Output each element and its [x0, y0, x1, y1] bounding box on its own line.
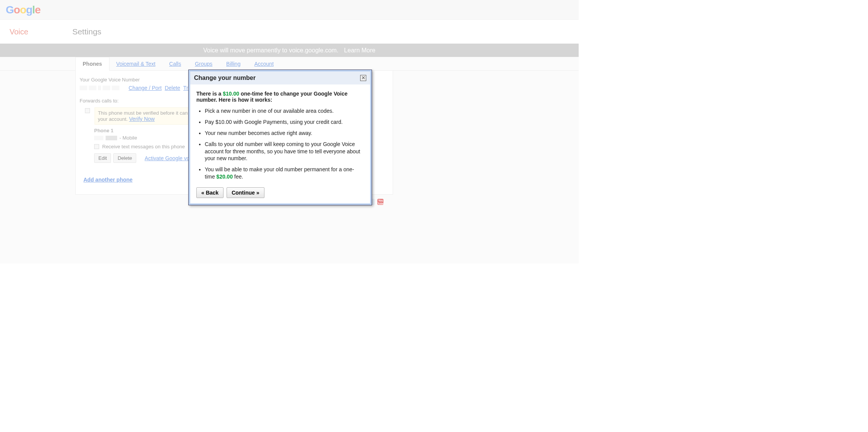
change-port-link[interactable]: Change / Port	[129, 85, 162, 91]
google-logo[interactable]: Google	[6, 4, 40, 16]
top-bar: Google	[0, 0, 579, 20]
dialog-header: Change your number ✕	[189, 70, 372, 84]
tab-voicemail-text[interactable]: Voicemail & Text	[109, 57, 162, 70]
redacted	[94, 136, 103, 140]
list-item: Calls to your old number will keep comin…	[205, 141, 364, 162]
back-button[interactable]: « Back	[196, 187, 224, 198]
dialog-buttons: « Back Continue »	[196, 187, 364, 198]
delete-number-link[interactable]: Delete	[165, 85, 180, 91]
redacted	[106, 136, 117, 140]
dialog-intro: There is a $10.00 one-time fee to change…	[196, 91, 364, 103]
edit-phone-button[interactable]: Edit	[94, 153, 111, 163]
page-title: Settings	[72, 27, 101, 36]
steps-list: Pick a new number in one of our availabl…	[205, 107, 364, 180]
list-item: Pay $10.00 with Google Payments, using y…	[205, 119, 364, 126]
voice-link[interactable]: Voice	[10, 28, 28, 36]
phone-checkbox[interactable]	[85, 108, 90, 113]
tab-calls[interactable]: Calls	[162, 57, 188, 70]
learn-more-link[interactable]: Learn More	[344, 47, 375, 54]
add-another-phone-link[interactable]: Add another phone	[83, 177, 132, 183]
list-item: Pick a new number in one of our availabl…	[205, 107, 364, 115]
receive-sms-checkbox[interactable]	[94, 144, 99, 149]
tab-billing[interactable]: Billing	[219, 57, 247, 70]
list-item: Your new number becomes active right awa…	[205, 130, 364, 137]
migration-banner: Voice will move permanently to voice.goo…	[0, 44, 579, 57]
change-number-dialog: Change your number ✕ There is a $10.00 o…	[188, 70, 372, 205]
dialog-body: There is a $10.00 one-time fee to change…	[189, 84, 372, 205]
delete-phone-button[interactable]: Delete	[113, 153, 136, 163]
continue-button[interactable]: Continue »	[227, 187, 264, 198]
redacted-number	[80, 86, 119, 90]
tab-phones[interactable]: Phones	[75, 57, 109, 71]
verify-now-link[interactable]: Verify Now	[129, 116, 155, 122]
tab-groups[interactable]: Groups	[188, 57, 219, 70]
close-icon[interactable]: ✕	[360, 75, 366, 81]
dialog-title: Change your number	[194, 75, 256, 81]
youtube-icon[interactable]: YouTube	[377, 199, 383, 205]
banner-message: Voice will move permanently to voice.goo…	[203, 47, 338, 54]
list-item: You will be able to make your old number…	[205, 166, 364, 180]
tab-account[interactable]: Account	[247, 57, 281, 70]
tabs: Phones Voicemail & Text Calls Groups Bil…	[0, 57, 579, 71]
title-row: Voice Settings	[0, 20, 579, 44]
